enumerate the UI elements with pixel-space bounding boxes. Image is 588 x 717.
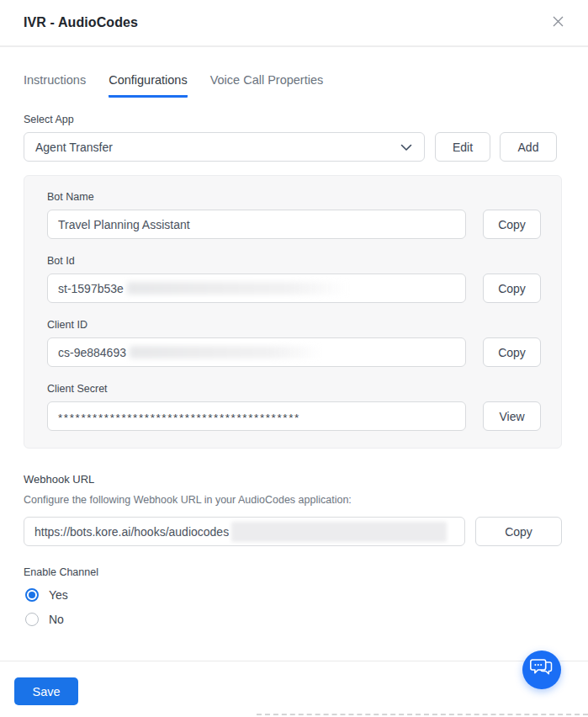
webhook-url-value: https://bots.kore.ai/hooks/audiocodes: [34, 525, 229, 539]
client-id-field[interactable]: cs-9e884693: [47, 337, 466, 367]
tab-bar: Instructions Configurations Voice Call P…: [24, 73, 562, 98]
client-id-copy-button[interactable]: Copy: [483, 337, 541, 367]
client-secret-view-button[interactable]: View: [483, 401, 541, 431]
webhook-url-label: Webhook URL: [24, 473, 562, 486]
bot-id-redacted-value: [127, 282, 347, 295]
webhook-section: Webhook URL Configure the following Webh…: [24, 473, 562, 546]
radio-yes[interactable]: [25, 588, 39, 602]
client-secret-field[interactable]: ****************************************…: [47, 401, 466, 431]
save-button[interactable]: Save: [14, 677, 78, 705]
webhook-url-redacted-value: [231, 522, 447, 542]
client-id-label: Client ID: [47, 319, 561, 331]
modal-header: IVR - AudioCodes: [0, 0, 588, 47]
enable-channel-option-yes: Yes: [25, 588, 562, 602]
chat-bubbles-icon: [529, 658, 554, 682]
client-secret-label: Client Secret: [47, 383, 561, 395]
enable-channel-section: Enable Channel Yes No: [24, 566, 562, 626]
background-dashed-border: [257, 714, 588, 715]
bot-name-value: Travel Planning Assistant: [58, 218, 190, 231]
edit-app-button[interactable]: Edit: [435, 132, 490, 162]
bot-id-value: st-1597b53e: [58, 282, 124, 295]
tab-configurations[interactable]: Configurations: [109, 73, 188, 98]
bot-id-label: Bot Id: [47, 255, 561, 267]
bot-name-label: Bot Name: [47, 191, 561, 203]
chat-fab-button[interactable]: [522, 651, 561, 689]
tab-voice-call-properties[interactable]: Voice Call Properties: [210, 73, 324, 98]
close-icon: [552, 15, 564, 30]
bot-name-copy-button[interactable]: Copy: [483, 210, 541, 239]
modal-title: IVR - AudioCodes: [24, 15, 138, 30]
close-button[interactable]: [548, 13, 568, 33]
bot-name-group: Bot Name Travel Planning Assistant Copy: [47, 191, 561, 239]
radio-no-label: No: [49, 613, 64, 626]
bot-id-group: Bot Id st-1597b53e Copy: [47, 255, 561, 303]
webhook-url-field[interactable]: https://bots.kore.ai/hooks/audiocodes: [24, 517, 465, 546]
footer-divider: [0, 661, 588, 661]
client-id-redacted-value: [130, 346, 321, 358]
select-app-section: Select App Agent Transfer Edit Add: [24, 114, 562, 162]
client-id-value: cs-9e884693: [58, 346, 126, 359]
bot-name-field[interactable]: Travel Planning Assistant: [47, 210, 466, 239]
client-secret-group: Client Secret **************************…: [47, 383, 561, 431]
tab-instructions[interactable]: Instructions: [24, 73, 86, 98]
client-secret-masked-value: ****************************************…: [58, 409, 300, 424]
radio-yes-label: Yes: [49, 588, 68, 602]
select-app-value: Agent Transfer: [35, 141, 113, 154]
enable-channel-option-no: No: [25, 613, 562, 626]
add-app-button[interactable]: Add: [500, 132, 557, 162]
chevron-down-icon: [400, 141, 412, 154]
webhook-description: Configure the following Webhook URL in y…: [24, 494, 562, 506]
select-app-label: Select App: [24, 114, 562, 125]
client-id-group: Client ID cs-9e884693 Copy: [47, 319, 561, 367]
select-app-dropdown[interactable]: Agent Transfer: [24, 132, 425, 162]
webhook-copy-button[interactable]: Copy: [475, 517, 562, 546]
radio-no[interactable]: [25, 613, 39, 626]
enable-channel-label: Enable Channel: [24, 566, 562, 578]
bot-id-field[interactable]: st-1597b53e: [47, 274, 466, 303]
credentials-panel: Bot Name Travel Planning Assistant Copy …: [24, 175, 562, 449]
bot-id-copy-button[interactable]: Copy: [483, 274, 541, 303]
